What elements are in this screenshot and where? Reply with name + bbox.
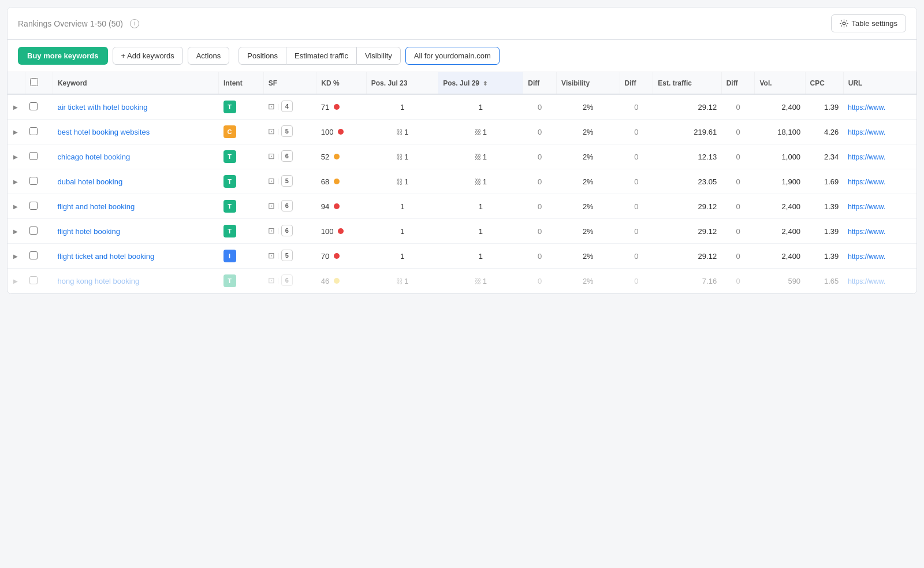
pos-jul29: ⛓1 [475, 128, 487, 136]
row-checkbox[interactable] [29, 152, 38, 160]
url-link[interactable]: https://www. [848, 153, 885, 161]
keyword-link[interactable]: air ticket with hotel booking [57, 103, 147, 112]
keyword-link[interactable]: dubai hotel booking [57, 177, 122, 186]
est-traffic-value: 29.12 [653, 244, 721, 269]
col-kd: KD % [316, 72, 366, 94]
table-row: ▶ chicago hotel booking T ⊡ | 6 52 ⛓1 ⛓1… [8, 144, 916, 169]
sf-number: 5 [281, 250, 293, 261]
cpc-value: 1.65 [805, 269, 843, 294]
visibility-value: 2% [557, 144, 620, 169]
col-diff: Diff [523, 72, 557, 94]
est-diff-value: 0 [721, 94, 755, 120]
keyword-link[interactable]: chicago hotel booking [57, 153, 130, 161]
pos-jul29-label: Pos. Jul 29 [443, 79, 479, 87]
expand-button[interactable]: ▶ [12, 128, 19, 136]
actions-button[interactable]: Actions [188, 47, 230, 65]
keyword-link[interactable]: flight ticket and hotel booking [57, 252, 154, 261]
vol-value: 1,900 [755, 169, 805, 194]
url-link[interactable]: https://www. [848, 128, 885, 136]
expand-button[interactable]: ▶ [12, 252, 19, 261]
header-left: Rankings Overview 1-50 (50) i [18, 18, 139, 29]
sf-icon: ⊡ [268, 102, 275, 111]
rankings-overview-container: Rankings Overview 1-50 (50) i Table sett… [7, 7, 917, 294]
expand-button[interactable]: ▶ [12, 103, 19, 112]
col-expand [8, 72, 25, 94]
table-row: ▶ flight and hotel booking T ⊡ | 6 94 1 … [8, 194, 916, 219]
vis-diff-value: 0 [620, 120, 653, 144]
cpc-value: 2.34 [805, 144, 843, 169]
url-link[interactable]: https://www. [848, 178, 885, 186]
vis-diff-value: 0 [620, 269, 653, 294]
kd-value: 100 [321, 128, 334, 136]
tab-positions[interactable]: Positions [239, 47, 286, 65]
est-traffic-value: 29.12 [653, 219, 721, 244]
pos-jul23: 1 [400, 103, 404, 112]
vol-value: 2,400 [755, 194, 805, 219]
intent-badge: I [223, 250, 236, 262]
diff-value: 0 [523, 194, 557, 219]
keyword-link[interactable]: flight and hotel booking [57, 202, 135, 211]
visibility-value: 2% [557, 244, 620, 269]
est-diff-value: 0 [721, 194, 755, 219]
intent-badge: T [223, 274, 236, 287]
cpc-value: 4.26 [805, 120, 843, 144]
url-link[interactable]: https://www. [848, 228, 885, 236]
table-settings-button[interactable]: Table settings [831, 14, 907, 32]
pos-jul29: ⛓1 [475, 153, 487, 161]
url-link[interactable]: https://www. [848, 277, 885, 285]
cpc-value: 1.39 [805, 94, 843, 120]
expand-button[interactable]: ▶ [12, 277, 19, 285]
kd-dot [334, 154, 340, 159]
row-checkbox[interactable] [29, 127, 38, 135]
sf-icon: ⊡ [268, 251, 275, 260]
url-link[interactable]: https://www. [848, 203, 885, 211]
keyword-link[interactable]: flight hotel booking [57, 227, 120, 236]
cpc-value: 1.39 [805, 244, 843, 269]
kd-dot [338, 228, 344, 234]
keyword-link[interactable]: hong kong hotel booking [57, 277, 139, 285]
buy-keywords-button[interactable]: Buy more keywords [18, 47, 108, 65]
visibility-value: 2% [557, 169, 620, 194]
row-checkbox[interactable] [29, 227, 38, 235]
add-keywords-button[interactable]: + Add keywords [113, 47, 183, 65]
expand-button[interactable]: ▶ [12, 202, 19, 211]
row-checkbox[interactable] [29, 177, 38, 185]
tab-estimated-traffic[interactable]: Estimated traffic [286, 47, 356, 65]
pos-jul29: 1 [479, 103, 483, 112]
cpc-value: 1.39 [805, 219, 843, 244]
col-sf: SF [263, 72, 316, 94]
row-checkbox[interactable] [29, 276, 38, 284]
sf-icon: ⊡ [268, 127, 275, 136]
domain-filter-button[interactable]: All for yourdomain.com [405, 47, 500, 65]
diff-value: 0 [523, 269, 557, 294]
vis-diff-value: 0 [620, 219, 653, 244]
col-pos-jul29[interactable]: Pos. Jul 29 ⬍ [438, 72, 523, 94]
col-keyword: Keyword [53, 72, 218, 94]
vol-value: 2,400 [755, 94, 805, 120]
tab-visibility[interactable]: Visibility [356, 47, 401, 65]
url-link[interactable]: https://www. [848, 103, 885, 112]
title-range: 1-50 (50) [90, 19, 123, 28]
row-checkbox[interactable] [29, 102, 38, 110]
pos-jul23: ⛓1 [396, 128, 408, 136]
expand-button[interactable]: ▶ [12, 227, 19, 236]
table-row: ▶ flight hotel booking T ⊡ | 6 100 1 1 0… [8, 219, 916, 244]
select-all-checkbox[interactable] [30, 78, 38, 86]
sf-icon: ⊡ [268, 151, 275, 161]
visibility-value: 2% [557, 94, 620, 120]
row-checkbox[interactable] [29, 251, 38, 259]
sf-number: 4 [281, 101, 293, 112]
kd-value: 71 [321, 103, 329, 112]
est-diff-value: 0 [721, 219, 755, 244]
expand-button[interactable]: ▶ [12, 153, 19, 161]
info-icon[interactable]: i [130, 19, 139, 28]
table-header-row: Keyword Intent SF KD % Pos. Jul 23 Pos. … [8, 72, 916, 94]
expand-button[interactable]: ▶ [12, 177, 19, 186]
keyword-link[interactable]: best hotel booking websites [57, 128, 150, 136]
col-url: URL [843, 72, 916, 94]
url-link[interactable]: https://www. [848, 253, 885, 261]
est-traffic-value: 219.61 [653, 120, 721, 144]
row-checkbox[interactable] [29, 202, 38, 210]
sf-icon: ⊡ [268, 226, 275, 235]
visibility-value: 2% [557, 219, 620, 244]
